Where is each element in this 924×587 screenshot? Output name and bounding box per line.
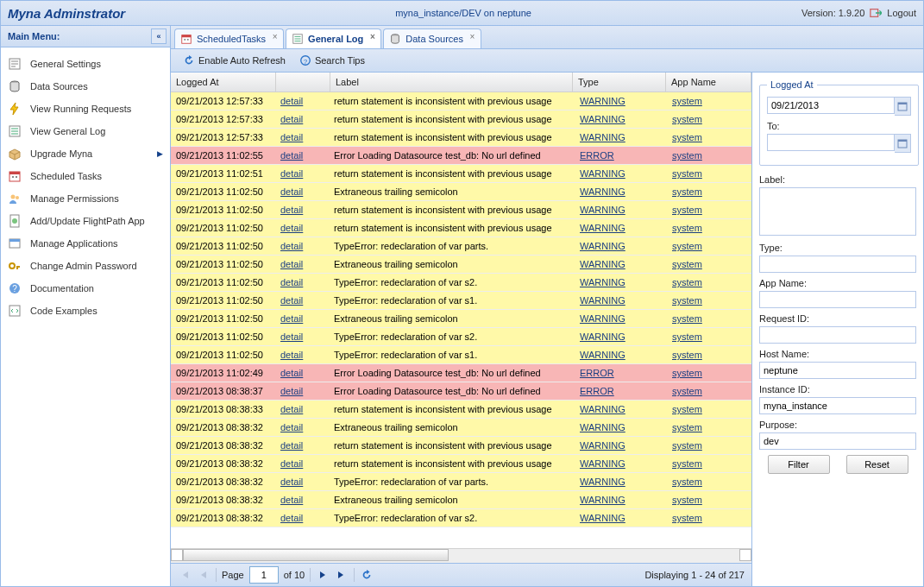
detail-link[interactable]: detail bbox=[280, 114, 303, 124]
detail-link[interactable]: detail bbox=[280, 331, 303, 342]
app-link[interactable]: system bbox=[672, 495, 702, 505]
table-row[interactable]: 09/21/2013 11:02:50detailTypeError: rede… bbox=[171, 346, 751, 364]
menu-item-documentation[interactable]: ?Documentation bbox=[1, 277, 170, 300]
purpose-input[interactable] bbox=[759, 432, 916, 450]
detail-link[interactable]: detail bbox=[280, 350, 303, 360]
table-row[interactable]: 09/21/2013 11:02:50detailExtraneous trai… bbox=[171, 310, 751, 328]
app-link[interactable]: system bbox=[672, 277, 702, 287]
reset-button[interactable]: Reset bbox=[846, 455, 908, 474]
detail-link[interactable]: detail bbox=[280, 277, 303, 287]
table-row[interactable]: 09/21/2013 08:38:32detailExtraneous trai… bbox=[171, 491, 751, 509]
menu-item-view-running-requests[interactable]: View Running Requests bbox=[1, 98, 170, 120]
detail-link[interactable]: detail bbox=[280, 96, 303, 106]
menu-item-view-general-log[interactable]: View General Log bbox=[1, 120, 170, 142]
date-picker-from-button[interactable] bbox=[895, 97, 911, 116]
table-row[interactable]: 09/21/2013 08:38:32detailreturn statemen… bbox=[171, 437, 751, 455]
pager-next-button[interactable] bbox=[316, 568, 330, 582]
col-label[interactable]: Label bbox=[330, 73, 573, 92]
table-row[interactable]: 09/21/2013 12:57:33detailreturn statemen… bbox=[171, 110, 751, 129]
scrollbar-thumb[interactable] bbox=[183, 549, 449, 561]
app-link[interactable]: system bbox=[672, 331, 702, 342]
table-row[interactable]: 09/21/2013 08:38:33detailreturn statemen… bbox=[171, 401, 751, 419]
type-link[interactable]: ERROR bbox=[580, 386, 614, 396]
col-type[interactable]: Type bbox=[573, 73, 666, 92]
detail-link[interactable]: detail bbox=[280, 223, 303, 233]
app-link[interactable]: system bbox=[672, 150, 702, 161]
date-picker-to-button[interactable] bbox=[895, 134, 911, 153]
table-row[interactable]: 09/21/2013 11:02:49detailError Loading D… bbox=[171, 364, 751, 382]
app-link[interactable]: system bbox=[672, 96, 702, 106]
app-link[interactable]: system bbox=[672, 386, 702, 396]
menu-item-code-examples[interactable]: Code Examples bbox=[1, 300, 170, 322]
appname-input[interactable] bbox=[759, 291, 916, 308]
type-link[interactable]: WARNING bbox=[580, 241, 625, 251]
app-link[interactable]: system bbox=[672, 368, 702, 378]
app-link[interactable]: system bbox=[672, 259, 702, 269]
app-link[interactable]: system bbox=[672, 168, 702, 179]
table-row[interactable]: 09/21/2013 12:57:33detailreturn statemen… bbox=[171, 92, 751, 110]
type-link[interactable]: WARNING bbox=[580, 96, 625, 106]
type-link[interactable]: WARNING bbox=[580, 422, 625, 432]
detail-link[interactable]: detail bbox=[280, 513, 303, 523]
table-row[interactable]: 09/21/2013 08:38:37detailError Loading D… bbox=[171, 382, 751, 401]
app-link[interactable]: system bbox=[672, 422, 702, 432]
detail-link[interactable]: detail bbox=[280, 241, 303, 251]
table-row[interactable]: 09/21/2013 11:02:50detailTypeError: rede… bbox=[171, 292, 751, 310]
menu-item-upgrade-myna[interactable]: Upgrade Myna▶ bbox=[1, 142, 170, 165]
detail-link[interactable]: detail bbox=[280, 458, 303, 469]
menu-item-general-settings[interactable]: General Settings bbox=[1, 53, 170, 75]
app-link[interactable]: system bbox=[672, 458, 702, 469]
table-row[interactable]: 09/21/2013 11:02:50detailExtraneous trai… bbox=[171, 256, 751, 274]
instanceid-input[interactable] bbox=[759, 397, 916, 414]
type-link[interactable]: WARNING bbox=[580, 495, 625, 505]
logged-from-input[interactable] bbox=[767, 97, 895, 114]
table-row[interactable]: 09/21/2013 11:02:50detailTypeError: rede… bbox=[171, 328, 751, 346]
app-link[interactable]: system bbox=[672, 440, 702, 451]
type-link[interactable]: WARNING bbox=[580, 186, 625, 197]
app-link[interactable]: system bbox=[672, 205, 702, 215]
filter-button[interactable]: Filter bbox=[768, 455, 830, 474]
horizontal-scrollbar[interactable] bbox=[171, 548, 751, 563]
type-link[interactable]: WARNING bbox=[580, 223, 625, 233]
table-row[interactable]: 09/21/2013 08:38:32detailTypeError: rede… bbox=[171, 509, 751, 527]
app-link[interactable]: system bbox=[672, 186, 702, 197]
search-tips-button[interactable]: ? Search Tips bbox=[294, 53, 370, 68]
type-link[interactable]: WARNING bbox=[580, 313, 625, 324]
app-link[interactable]: system bbox=[672, 350, 702, 360]
detail-link[interactable]: detail bbox=[280, 205, 303, 215]
type-link[interactable]: WARNING bbox=[580, 277, 625, 287]
col-app-name[interactable]: App Name bbox=[666, 73, 751, 92]
table-row[interactable]: 09/21/2013 08:38:32detailreturn statemen… bbox=[171, 455, 751, 473]
app-link[interactable]: system bbox=[672, 114, 702, 124]
table-row[interactable]: 09/21/2013 08:38:32detailTypeError: rede… bbox=[171, 473, 751, 491]
menu-item-change-admin-password[interactable]: Change Admin Password bbox=[1, 255, 170, 277]
page-input[interactable] bbox=[249, 566, 279, 584]
type-link[interactable]: ERROR bbox=[580, 150, 614, 161]
table-row[interactable]: 09/21/2013 12:57:33detailreturn statemen… bbox=[171, 129, 751, 147]
app-link[interactable]: system bbox=[672, 404, 702, 414]
app-link[interactable]: system bbox=[672, 241, 702, 251]
detail-link[interactable]: detail bbox=[280, 132, 303, 142]
table-row[interactable]: 09/21/2013 11:02:51detailreturn statemen… bbox=[171, 165, 751, 183]
menu-item-manage-applications[interactable]: Manage Applications bbox=[1, 232, 170, 255]
type-link[interactable]: WARNING bbox=[580, 132, 625, 142]
menu-item-add-update-flightpath-app[interactable]: Add/Update FlightPath App bbox=[1, 210, 170, 232]
type-link[interactable]: WARNING bbox=[580, 259, 625, 269]
auto-refresh-button[interactable]: Enable Auto Refresh bbox=[178, 53, 291, 68]
label-input[interactable] bbox=[759, 187, 916, 236]
close-icon[interactable]: × bbox=[468, 33, 477, 42]
detail-link[interactable]: detail bbox=[280, 422, 303, 432]
table-row[interactable]: 09/21/2013 11:02:50detailTypeError: rede… bbox=[171, 274, 751, 292]
type-link[interactable]: WARNING bbox=[580, 440, 625, 451]
col-detail[interactable] bbox=[276, 73, 330, 92]
app-link[interactable]: system bbox=[672, 313, 702, 324]
pager-first-button[interactable] bbox=[178, 568, 192, 582]
requestid-input[interactable] bbox=[759, 326, 916, 344]
detail-link[interactable]: detail bbox=[280, 313, 303, 324]
detail-link[interactable]: detail bbox=[280, 259, 303, 269]
table-row[interactable]: 09/21/2013 11:02:50detailreturn statemen… bbox=[171, 219, 751, 237]
pager-prev-button[interactable] bbox=[197, 568, 211, 582]
detail-link[interactable]: detail bbox=[280, 495, 303, 505]
grid-body[interactable]: 09/21/2013 12:57:33detailreturn statemen… bbox=[171, 92, 751, 548]
type-link[interactable]: WARNING bbox=[580, 350, 625, 360]
